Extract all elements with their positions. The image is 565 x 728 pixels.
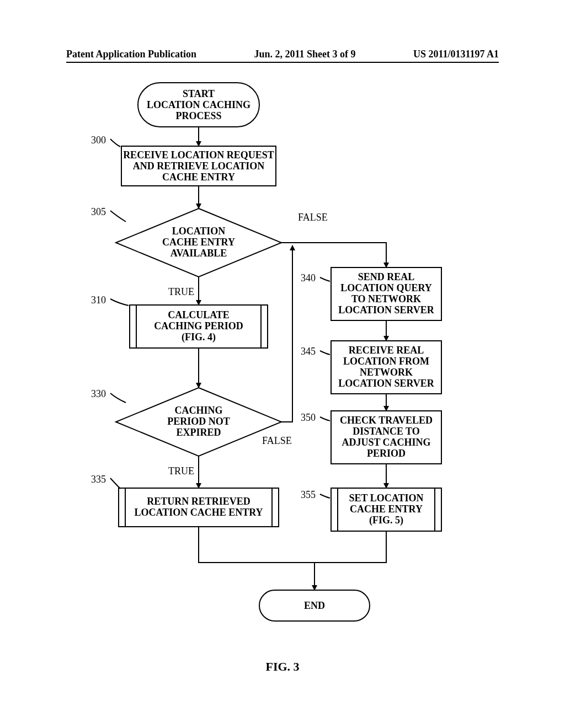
terminator-start: START LOCATION CACHING PROCESS (138, 83, 259, 127)
predefined-process-335: RETURN RETRIEVED LOCATION CACHE ENTRY (119, 488, 279, 527)
ref-330: 330 (91, 388, 106, 399)
svg-text:NETWORK: NETWORK (360, 367, 413, 378)
ref-leader (110, 478, 120, 489)
svg-text:AVAILABLE: AVAILABLE (170, 248, 227, 259)
decision-330: CACHING PERIOD NOT EXPIRED (116, 388, 281, 456)
header-center: Jun. 2, 2011 Sheet 3 of 9 (254, 49, 355, 60)
connector (199, 527, 315, 563)
svg-text:CACHE ENTRY: CACHE ENTRY (162, 172, 235, 183)
svg-text:(FIG. 4): (FIG. 4) (182, 331, 216, 343)
svg-text:SET LOCATION: SET LOCATION (349, 493, 424, 504)
svg-text:(FIG. 5): (FIG. 5) (369, 515, 403, 526)
svg-text:AND RETRIEVE LOCATION: AND RETRIEVE LOCATION (133, 160, 265, 172)
process-340: SEND REAL LOCATION QUERY TO NETWORK LOCA… (331, 267, 441, 320)
ref-350: 350 (301, 412, 316, 423)
svg-text:PERIOD NOT: PERIOD NOT (167, 416, 230, 427)
svg-text:LOCATION CACHING: LOCATION CACHING (147, 99, 250, 110)
header-left: Patent Application Publication (66, 49, 196, 60)
svg-text:LOCATION FROM: LOCATION FROM (343, 356, 429, 367)
svg-text:CACHING PERIOD: CACHING PERIOD (154, 320, 243, 331)
ref-310: 310 (91, 295, 106, 306)
ref-leader (320, 351, 330, 355)
edge-label-true: TRUE (168, 465, 194, 477)
ref-355: 355 (301, 489, 316, 500)
svg-text:CHECK TRAVELED: CHECK TRAVELED (340, 415, 433, 426)
svg-text:START: START (183, 88, 215, 99)
ref-340: 340 (301, 272, 316, 283)
terminator-end: END (259, 590, 370, 621)
svg-text:LOCATION SERVER: LOCATION SERVER (338, 378, 435, 389)
ref-leader (320, 277, 330, 281)
svg-text:PERIOD: PERIOD (367, 448, 406, 459)
svg-text:LOCATION SERVER: LOCATION SERVER (338, 304, 435, 315)
ref-305: 305 (91, 206, 106, 217)
svg-text:DISTANCE TO: DISTANCE TO (353, 426, 420, 437)
svg-text:ADJUST CACHING: ADJUST CACHING (342, 437, 430, 448)
svg-text:RETURN RETRIEVED: RETURN RETRIEVED (147, 496, 250, 507)
svg-text:RECEIVE LOCATION REQUEST: RECEIVE LOCATION REQUEST (123, 149, 274, 160)
ref-335: 335 (91, 474, 106, 485)
process-350: CHECK TRAVELED DISTANCE TO ADJUST CACHIN… (331, 411, 441, 464)
edge-label-true: TRUE (168, 286, 194, 297)
svg-text:LOCATION CACHE ENTRY: LOCATION CACHE ENTRY (134, 507, 263, 518)
ref-leader (320, 417, 330, 421)
ref-leader (110, 393, 126, 403)
flowchart-diagram: START LOCATION CACHING PROCESS RECEIVE L… (55, 77, 508, 656)
svg-text:CALCULATE: CALCULATE (168, 309, 230, 320)
ref-leader (110, 139, 120, 147)
edge-label-false: FALSE (298, 212, 328, 223)
edge-label-false: FALSE (262, 435, 292, 446)
ref-300: 300 (91, 135, 106, 146)
svg-text:PROCESS: PROCESS (175, 110, 221, 121)
process-300: RECEIVE LOCATION REQUEST AND RETRIEVE LO… (121, 146, 276, 186)
svg-text:RECEIVE REAL: RECEIVE REAL (349, 345, 424, 356)
predefined-process-355: SET LOCATION CACHE ENTRY (FIG. 5) (331, 488, 441, 531)
svg-text:TO NETWORK: TO NETWORK (351, 293, 421, 304)
page-header: Patent Application Publication Jun. 2, 2… (66, 49, 499, 60)
header-rule (66, 62, 499, 63)
svg-text:SEND REAL: SEND REAL (358, 271, 415, 282)
svg-text:LOCATION: LOCATION (172, 226, 226, 237)
ref-345: 345 (301, 346, 316, 357)
svg-text:CACHE ENTRY: CACHE ENTRY (162, 237, 235, 248)
header-right: US 2011/0131197 A1 (413, 49, 499, 60)
ref-leader (320, 494, 330, 498)
connector (281, 243, 386, 267)
connector (281, 259, 292, 422)
svg-text:END: END (304, 600, 325, 611)
svg-text:CACHE ENTRY: CACHE ENTRY (350, 504, 423, 515)
svg-text:CACHING: CACHING (174, 405, 222, 416)
svg-text:EXPIRED: EXPIRED (176, 427, 221, 438)
connector (315, 531, 386, 563)
figure-label: FIG. 3 (265, 660, 299, 674)
ref-leader (110, 211, 126, 222)
decision-305: LOCATION CACHE ENTRY AVAILABLE (116, 208, 281, 277)
ref-leader (110, 299, 129, 306)
svg-text:LOCATION QUERY: LOCATION QUERY (340, 282, 432, 293)
process-345: RECEIVE REAL LOCATION FROM NETWORK LOCAT… (331, 341, 441, 394)
predefined-process-310: CALCULATE CACHING PERIOD (FIG. 4) (130, 305, 268, 348)
